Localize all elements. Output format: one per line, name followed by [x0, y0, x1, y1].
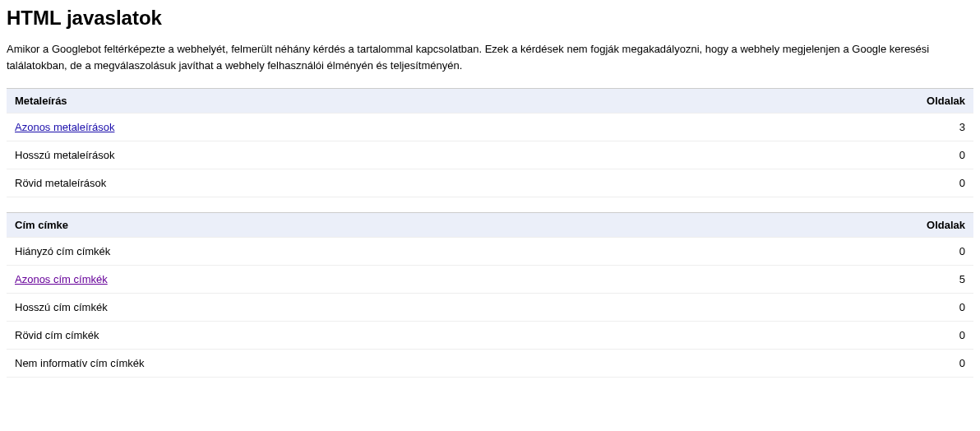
row-count: 0	[959, 149, 965, 161]
row-label: Hosszú metaleírások	[15, 149, 114, 161]
row-label: Hiányzó cím címkék	[15, 245, 110, 257]
row-label: Azonos cím címkék	[15, 273, 108, 285]
table-row: Hiányzó cím címkék0	[7, 237, 973, 266]
page-description: Amikor a Googlebot feltérképezte a webhe…	[7, 41, 973, 73]
section: MetaleírásOldalakAzonos metaleírások3Hos…	[7, 88, 973, 197]
table-row: Nem informatív cím címkék0	[7, 350, 973, 378]
row-label: Nem informatív cím címkék	[15, 357, 144, 369]
row-count: 0	[959, 177, 965, 189]
row-count: 0	[959, 301, 965, 313]
table-row: Hosszú cím címkék0	[7, 294, 973, 322]
row-count: 3	[959, 121, 965, 133]
table-row: Hosszú metaleírások0	[7, 141, 973, 169]
row-label: Rövid metaleírások	[15, 177, 106, 189]
page-title: HTML javaslatok	[7, 7, 973, 30]
pages-column-header: Oldalak	[927, 95, 965, 107]
row-label: Rövid cím címkék	[15, 329, 99, 341]
section-header-label: Metaleírás	[15, 95, 67, 107]
row-count: 0	[959, 329, 965, 341]
row-count: 0	[959, 245, 965, 257]
pages-column-header: Oldalak	[927, 219, 965, 231]
row-count: 0	[959, 357, 965, 369]
table-row: Azonos metaleírások3	[7, 113, 973, 141]
section-header-label: Cím címke	[15, 219, 68, 231]
row-label: Azonos metaleírások	[15, 121, 114, 133]
section: Cím címkeOldalakHiányzó cím címkék0Azono…	[7, 212, 973, 378]
table-row: Rövid cím címkék0	[7, 322, 973, 350]
table-row: Azonos cím címkék5	[7, 266, 973, 294]
row-label: Hosszú cím címkék	[15, 301, 108, 313]
table-row: Rövid metaleírások0	[7, 169, 973, 197]
section-header: Cím címkeOldalak	[7, 212, 973, 237]
row-count: 5	[959, 273, 965, 285]
row-link[interactable]: Azonos metaleírások	[15, 121, 114, 133]
row-link[interactable]: Azonos cím címkék	[15, 273, 108, 285]
section-header: MetaleírásOldalak	[7, 88, 973, 113]
